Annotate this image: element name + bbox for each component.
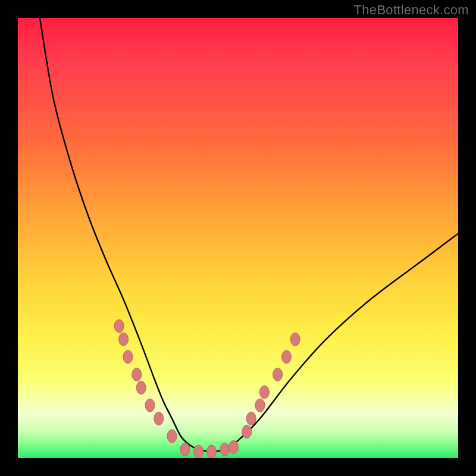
- bottleneck-curve: [40, 18, 458, 452]
- curve-markers: [114, 320, 300, 458]
- curve-marker: [132, 368, 142, 381]
- curve-marker: [229, 441, 239, 454]
- curve-marker: [242, 425, 252, 439]
- curve-marker: [123, 350, 133, 364]
- curve-marker: [290, 333, 300, 346]
- curve-marker: [145, 399, 155, 412]
- curve-marker: [246, 412, 256, 425]
- curve-marker: [154, 412, 164, 425]
- curve-marker: [180, 443, 190, 456]
- curve-marker: [136, 381, 146, 394]
- plot-area: [18, 18, 458, 458]
- watermark-text: TheBottleneck.com: [354, 2, 469, 18]
- curve-marker: [114, 320, 124, 333]
- curve-marker: [167, 430, 177, 443]
- curve-marker: [220, 443, 230, 456]
- curve-marker: [273, 368, 283, 381]
- curve-marker: [259, 386, 269, 399]
- chart-svg: [18, 18, 458, 458]
- curve-marker: [119, 333, 129, 346]
- curve-marker: [207, 445, 217, 458]
- figure-frame: TheBottleneck.com: [0, 0, 476, 476]
- curve-marker: [193, 445, 203, 458]
- curve-marker: [281, 350, 291, 364]
- curve-marker: [255, 399, 265, 412]
